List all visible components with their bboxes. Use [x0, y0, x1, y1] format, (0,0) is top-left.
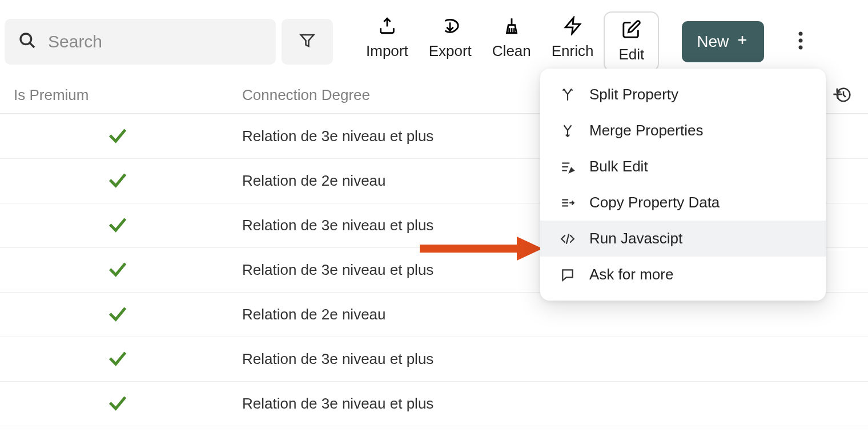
export-button[interactable]: Export [419, 11, 482, 71]
check-icon [106, 228, 129, 238]
dropdown-item-label: Merge Properties [589, 122, 703, 139]
dropdown-item[interactable]: Merge Properties [540, 113, 826, 149]
edit-button[interactable]: Edit [604, 11, 659, 71]
search-icon [18, 31, 37, 52]
import-icon [377, 16, 397, 38]
plus-icon [736, 33, 749, 51]
import-label: Import [366, 42, 408, 60]
svg-point-6 [799, 31, 803, 35]
svg-point-8 [799, 45, 803, 49]
clean-button[interactable]: Clean [482, 11, 541, 71]
split-icon [560, 87, 576, 102]
check-icon [106, 362, 129, 371]
chat-icon [560, 267, 576, 282]
check-icon [106, 273, 129, 282]
cell-connection: Relation de 3e niveau et plus [242, 395, 868, 413]
filter-icon [299, 32, 316, 51]
cell-premium [14, 169, 242, 194]
dropdown-item-label: Ask for more [589, 266, 673, 283]
enrich-label: Enrich [552, 42, 594, 60]
enrich-icon [563, 16, 582, 38]
dropdown-item[interactable]: Ask for more [540, 257, 826, 293]
svg-point-7 [799, 38, 803, 42]
export-label: Export [429, 42, 472, 60]
dropdown-item[interactable]: Split Property [540, 77, 826, 113]
new-button-label: New [697, 33, 729, 51]
import-button[interactable]: Import [356, 11, 419, 71]
action-buttons: Import Export Clean [356, 11, 659, 71]
more-button[interactable] [793, 26, 809, 58]
cell-premium [14, 347, 242, 372]
table-row[interactable]: Relation de 3e niveau et plus [0, 382, 868, 426]
table-row[interactable]: Relation de 3e niveau et plus [0, 337, 868, 382]
clean-label: Clean [492, 42, 531, 60]
dropdown-item[interactable]: Bulk Edit [540, 149, 826, 185]
clean-icon [502, 16, 521, 38]
search-box[interactable] [5, 19, 276, 65]
edit-dropdown-menu: Split Property Merge Properties Bulk Edi… [540, 69, 826, 301]
history-button[interactable] [835, 86, 852, 106]
dropdown-item-label: Split Property [589, 86, 678, 103]
history-icon [835, 95, 852, 105]
cell-premium [14, 302, 242, 327]
dropdown-item-label: Run Javascipt [589, 230, 682, 247]
cell-premium [14, 258, 242, 283]
svg-marker-3 [565, 18, 580, 34]
check-icon [106, 406, 129, 416]
check-icon [106, 139, 129, 149]
filter-button[interactable] [282, 19, 333, 65]
column-header-premium[interactable]: Is Premium [14, 86, 242, 104]
svg-point-0 [21, 34, 31, 45]
svg-line-1 [30, 43, 34, 47]
dropdown-item-label: Copy Property Data [589, 194, 720, 211]
dropdown-item-label: Bulk Edit [589, 158, 648, 175]
export-icon [440, 16, 460, 38]
code-icon [560, 231, 576, 246]
edit-icon [622, 19, 641, 41]
new-button[interactable]: New [682, 21, 764, 62]
merge-icon [560, 123, 576, 138]
dropdown-item[interactable]: Run Javascipt [540, 221, 826, 257]
cell-premium [14, 391, 242, 417]
cell-premium [14, 124, 242, 149]
dropdown-item[interactable]: Copy Property Data [540, 185, 826, 221]
check-icon [106, 317, 129, 327]
bulk-icon [560, 159, 576, 174]
check-icon [106, 183, 129, 193]
copy-icon [560, 195, 576, 210]
more-icon [798, 42, 803, 51]
cell-premium [14, 213, 242, 238]
cell-connection: Relation de 3e niveau et plus [242, 350, 868, 368]
cell-connection: Relation de 2e niveau [242, 306, 868, 323]
enrich-button[interactable]: Enrich [541, 11, 604, 71]
search-input[interactable] [48, 32, 262, 51]
edit-label: Edit [618, 46, 644, 63]
svg-line-17 [566, 234, 569, 243]
svg-marker-2 [301, 35, 314, 46]
